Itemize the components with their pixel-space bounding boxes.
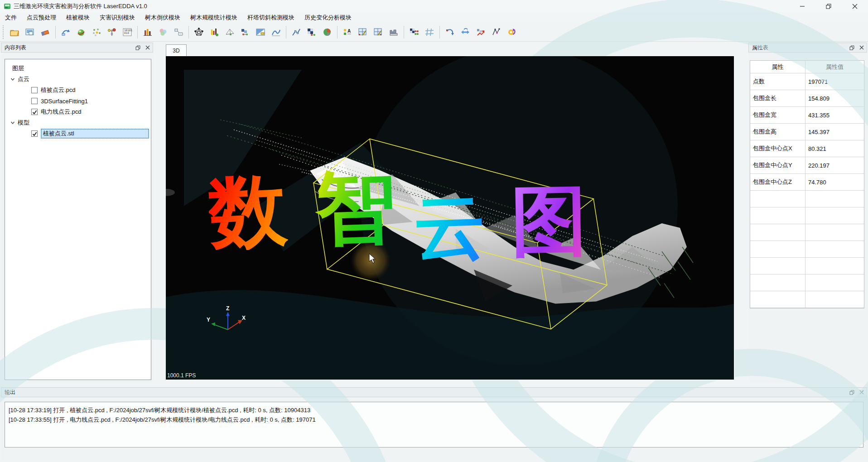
prop-name: 包围盒高 bbox=[750, 124, 805, 140]
line-fit-icon[interactable] bbox=[268, 25, 284, 39]
annotation-icon[interactable] bbox=[171, 25, 186, 39]
prop-name: 点数 bbox=[750, 73, 805, 90]
tree-group-pointcloud[interactable]: 点云 bbox=[5, 74, 151, 85]
display-view-icon[interactable] bbox=[22, 25, 38, 39]
close-panel-icon[interactable] bbox=[143, 43, 153, 52]
app-window: 三维激光环境灾害检测与分析软件 LaserEDDA v1.0 文件 点云预处理 … bbox=[0, 0, 868, 462]
menu-tree-scale-statistics-module[interactable]: 树木规模统计模块 bbox=[185, 12, 242, 23]
raster-chart-icon[interactable] bbox=[304, 25, 319, 39]
tree-root-layers[interactable]: 图层 bbox=[5, 63, 151, 74]
3d-viewport[interactable]: Z X Y 数 智 云 图 1000.1 FPS bbox=[166, 56, 734, 380]
table-row-empty bbox=[750, 207, 864, 224]
statistics-chart-icon[interactable] bbox=[207, 25, 222, 39]
svg-text:A: A bbox=[347, 29, 351, 34]
table-row: 包围盒宽431.355 bbox=[750, 107, 864, 124]
eraser-icon[interactable] bbox=[38, 25, 53, 39]
menu-pointcloud-preprocess[interactable]: 点云预处理 bbox=[22, 12, 61, 23]
prop-value: 80.321 bbox=[805, 140, 864, 157]
prop-value: 431.355 bbox=[805, 107, 864, 124]
content-list-panel: 内容列表 图层 点云 植被点云.pcd 3DSurfaceFitting1 bbox=[1, 43, 153, 383]
axis-y-label: Y bbox=[207, 317, 210, 323]
float-panel-icon[interactable] bbox=[847, 388, 857, 396]
process-gear-icon[interactable] bbox=[504, 25, 519, 39]
pie-chart-icon[interactable] bbox=[319, 25, 335, 39]
selected-item-highlight: 植被点云.stl bbox=[41, 129, 149, 139]
float-panel-icon[interactable] bbox=[847, 43, 857, 52]
toolbar-separator bbox=[137, 26, 138, 38]
raster-links-icon[interactable] bbox=[406, 25, 422, 39]
close-panel-icon[interactable] bbox=[857, 388, 867, 396]
surface-fit-icon[interactable] bbox=[222, 25, 237, 39]
wireframe-mesh-icon[interactable] bbox=[191, 25, 207, 39]
binary-data-icon[interactable]: 10101010 bbox=[120, 25, 135, 39]
tree-item-vegetation-stl[interactable]: 植被点云.stl bbox=[5, 128, 151, 139]
tree-item-powerline-pcd[interactable]: 电力线点云.pcd bbox=[5, 106, 151, 117]
property-panel-title: 属性表 bbox=[749, 44, 847, 52]
prop-name: 包围盒长 bbox=[750, 90, 805, 107]
close-button[interactable] bbox=[842, 0, 868, 12]
toolbar-grip[interactable] bbox=[3, 25, 5, 39]
select-raster-icon[interactable] bbox=[488, 25, 504, 39]
tree-group-model[interactable]: 模型 bbox=[5, 117, 151, 128]
menu-disaster-recognition-module[interactable]: 灾害识别模块 bbox=[95, 12, 140, 23]
pole-markers-icon[interactable] bbox=[104, 25, 120, 39]
export-chart-icon[interactable] bbox=[473, 25, 488, 39]
menu-vegetation-module[interactable]: 植被模块 bbox=[61, 12, 95, 23]
tree-item-vegetation-pcd[interactable]: 植被点云.pcd bbox=[5, 85, 151, 96]
column-header-value: 属性值 bbox=[805, 61, 864, 73]
prop-value: 74.780 bbox=[805, 174, 864, 191]
measure-icon[interactable] bbox=[386, 25, 401, 39]
prop-value: 154.809 bbox=[805, 90, 864, 107]
svg-text:010: 010 bbox=[124, 31, 129, 34]
3d-scene: Z X Y bbox=[166, 56, 734, 380]
classify-list-icon[interactable]: A bbox=[340, 25, 355, 39]
chevron-down-icon[interactable] bbox=[10, 120, 15, 125]
render-sphere-icon[interactable] bbox=[73, 25, 89, 39]
tab-3d[interactable]: 3D bbox=[166, 44, 187, 56]
tree-item-3dsurfacefitting[interactable]: 3DSurfaceFitting1 bbox=[5, 96, 151, 106]
polyline-fit-icon[interactable] bbox=[289, 25, 304, 39]
point-cloud-icon[interactable] bbox=[89, 25, 104, 39]
menu-file[interactable]: 文件 bbox=[0, 12, 22, 23]
chevron-down-icon[interactable] bbox=[10, 77, 15, 82]
axis-z-label: Z bbox=[226, 305, 229, 312]
axis-x-label: X bbox=[242, 315, 246, 321]
checkbox-unchecked[interactable] bbox=[31, 87, 38, 93]
minimize-button[interactable] bbox=[789, 0, 815, 12]
table-row: 包围盒长154.809 bbox=[750, 90, 864, 107]
grid-edit-icon[interactable] bbox=[355, 25, 371, 39]
rotate-view-icon[interactable] bbox=[442, 25, 458, 39]
table-row-empty bbox=[750, 258, 864, 274]
checkbox-checked[interactable] bbox=[31, 109, 38, 115]
menu-tower-tilt-detection-module[interactable]: 杆塔切斜检测模块 bbox=[242, 12, 299, 23]
menu-bar: 文件 点云预处理 植被模块 灾害识别模块 树木倒伏模块 树木规模统计模块 杆塔切… bbox=[0, 12, 868, 23]
app-icon bbox=[4, 3, 11, 10]
output-panel-title: 输出 bbox=[1, 389, 847, 396]
grid-crop-icon[interactable] bbox=[422, 25, 437, 39]
link-blocks-icon[interactable] bbox=[237, 25, 253, 39]
property-table: 属性 属性值 点数197071 包围盒长154.809 包围盒宽431.355 … bbox=[750, 60, 864, 308]
edit-region-icon[interactable] bbox=[253, 25, 268, 39]
restore-button[interactable] bbox=[815, 0, 842, 12]
table-row: 包围盒高145.397 bbox=[750, 124, 864, 140]
menu-tree-fall-module[interactable]: 树木倒伏模块 bbox=[140, 12, 185, 23]
layer-tree: 图层 点云 植被点云.pcd 3DSurfaceFitting1 电力线点云.p… bbox=[5, 59, 151, 380]
transform-icon[interactable] bbox=[58, 25, 73, 39]
prop-value: 145.397 bbox=[805, 124, 864, 140]
histogram-icon[interactable] bbox=[140, 25, 155, 39]
table-row: 点数197071 bbox=[750, 73, 864, 90]
close-panel-icon[interactable] bbox=[857, 43, 867, 52]
pan-view-icon[interactable] bbox=[458, 25, 473, 39]
log-line: [10-28 17:33:55] 打开 , 电力线点云.pcd , F:/202… bbox=[9, 415, 859, 424]
open-file-icon[interactable] bbox=[7, 25, 22, 39]
table-row-empty bbox=[750, 291, 864, 308]
float-panel-icon[interactable] bbox=[133, 43, 143, 52]
grid-edit-2-icon[interactable] bbox=[371, 25, 386, 39]
viewport-tabbar: 3D bbox=[166, 44, 187, 56]
output-log[interactable]: [10-28 17:33:19] 打开 , 植被点云.pcd , F:/2024… bbox=[5, 402, 863, 448]
toolbar-separator bbox=[286, 26, 286, 38]
checkbox-checked[interactable] bbox=[31, 130, 38, 137]
menu-history-change-analysis-module[interactable]: 历史变化分析模块 bbox=[299, 12, 357, 23]
cluster-icon[interactable] bbox=[155, 25, 171, 39]
checkbox-unchecked[interactable] bbox=[31, 98, 38, 104]
